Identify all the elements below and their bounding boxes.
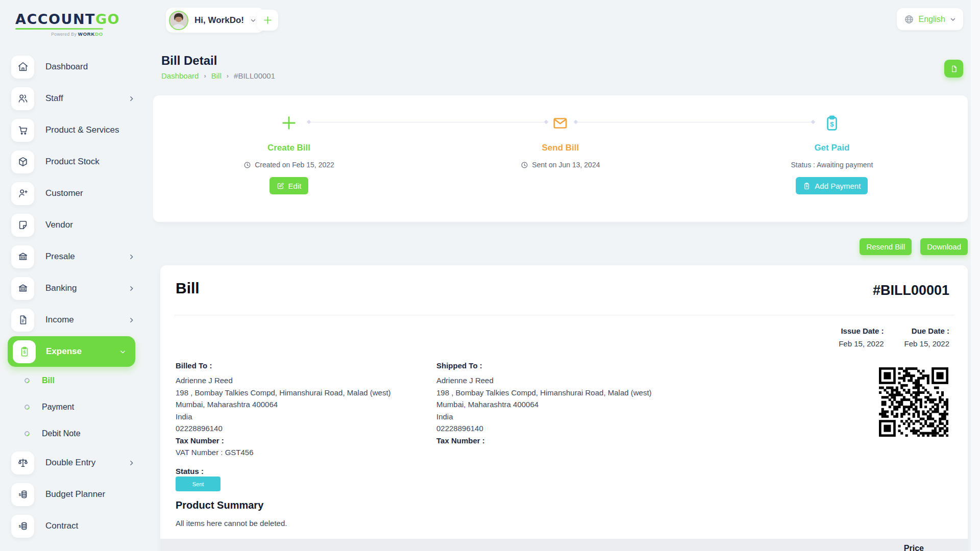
cart-icon [11,119,34,142]
shipped-to-block: Shipped To : Adrienne J Reed 198 , Bomba… [436,361,681,446]
bill-title: Bill [176,280,200,297]
chevron-right-icon [128,317,135,323]
sidebar-item-income[interactable]: Income [0,304,153,336]
breadcrumb-current: #BILL00001 [234,71,275,80]
sidebar-item-label: Banking [45,283,77,293]
sidebar-item-banking[interactable]: Banking [0,272,153,304]
resend-bill-button[interactable]: Resend Bill [860,238,912,255]
step-title: Create Bill [267,143,310,153]
chevron-right-icon [128,460,135,466]
page-head: Bill Detail Dashboard › Bill › #BILL0000… [161,54,275,80]
issue-date: Issue Date : Feb 15, 2022 [839,327,884,348]
sidebar-item-label: Product Stock [45,157,100,167]
sidebar-subitem-label: Payment [42,403,74,412]
coins-icon: $ [11,515,34,538]
sidebar-item-budget-planner[interactable]: $ Budget Planner [0,479,153,510]
product-table-header: Price [160,539,968,551]
invoice-icon: $ [803,182,811,190]
step-title: Send Bill [542,143,579,153]
chevron-right-icon [128,95,135,102]
bullet-ring-icon [23,377,31,384]
avatar [169,11,188,30]
sidebar-subitem-label: Bill [42,376,55,385]
svg-text:$: $ [18,492,21,497]
home-icon [11,56,34,79]
file-icon [11,309,34,332]
breadcrumb: Dashboard › Bill › #BILL00001 [161,71,275,80]
shipped-to-name: Adrienne J Reed [436,374,681,387]
users-icon [11,87,34,110]
sidebar-item-contract[interactable]: $ Contract [0,510,153,542]
bill-actions: Resend Bill Download [860,238,968,255]
chevron-down-icon [119,348,126,355]
svg-text:$: $ [23,349,26,355]
sidebar-item-label: Presale [45,252,75,262]
sidebar-item-staff[interactable]: Staff [0,83,153,114]
sidebar-item-expense[interactable]: $ Expense [8,336,135,367]
svg-text:$: $ [806,185,808,188]
language-selector[interactable]: English [897,8,963,30]
step-title: Get Paid [814,143,849,153]
sidebar-item-dashboard[interactable]: Dashboard [0,51,153,83]
coins-icon: $ [11,483,34,506]
download-button[interactable]: Download [920,238,968,255]
sidebar-item-label: Contract [45,521,78,531]
sidebar-item-product-services[interactable]: Product & Services [0,114,153,146]
breadcrumb-separator: › [227,72,229,80]
step-create-bill: Create Bill Created on Feb 15, 2022 Edit [153,95,425,222]
clock-icon [243,161,251,169]
sidebar-item-label: Expense [46,346,82,357]
preview-document-button[interactable] [944,60,963,78]
sidebar-item-vendor[interactable]: Vendor [0,209,153,241]
price-column-header: Price [904,544,924,551]
sidebar-subitem-debit-note[interactable]: Debit Note [0,420,153,447]
sidebar-item-double-entry[interactable]: Double Entry [0,447,153,479]
sidebar-item-label: Customer [45,188,83,198]
breadcrumb-separator: › [204,72,206,80]
bullet-ring-icon [23,404,31,411]
scrollbar-track[interactable] [971,0,980,551]
product-summary-note: All items here cannot be deleted. [176,519,287,528]
sidebar-item-label: Double Entry [45,458,95,468]
sidebar-item-customer[interactable]: Customer [0,178,153,209]
step-send-bill: Send Bill Sent on Jun 13, 2024 [425,95,696,222]
pencil-icon [277,182,284,190]
step-meta: Sent on Jun 13, 2024 [521,161,600,169]
bank-icon [11,245,34,268]
sidebar-subitem-payment[interactable]: Payment [0,394,153,420]
mail-icon [552,114,569,132]
note-icon [11,214,34,237]
qr-code [879,367,948,437]
quick-add-button[interactable] [257,10,278,31]
main-content: Hi, WorkDo! English Bill Detail Dashboar… [153,0,980,551]
language-label: English [919,15,945,24]
status-label: Status : [176,467,204,475]
svg-text:$: $ [830,120,834,128]
sidebar-item-presale[interactable]: Presale [0,241,153,272]
plus-icon [280,114,298,132]
app-logo[interactable]: ACCOUNTGO Powered By WORKDO [0,0,153,37]
logo-tagline: Powered By WORKDO [15,31,103,37]
user-greeting: Hi, WorkDo! [194,15,244,26]
clock-icon [521,161,528,169]
sidebar-item-label: Budget Planner [45,489,105,499]
sidebar-item-label: Dashboard [45,62,88,72]
bill-document: Bill #BILL00001 Issue Date : Feb 15, 202… [160,265,968,551]
step-get-paid: $ Get Paid Status : Awaiting payment $ A… [696,95,968,222]
sidebar-nav: Dashboard Staff Product & Services Produ… [0,51,153,542]
sidebar-subitem-label: Debit Note [42,429,81,438]
sidebar-subitem-bill[interactable]: Bill [0,367,153,394]
edit-button[interactable]: Edit [270,177,309,194]
scale-icon [11,452,34,474]
document-icon [950,65,958,73]
svg-text:$: $ [18,524,21,529]
breadcrumb-dashboard[interactable]: Dashboard [161,71,199,80]
sidebar-item-product-stock[interactable]: Product Stock [0,146,153,178]
bank-icon [11,277,34,300]
add-payment-button[interactable]: $ Add Payment [796,177,868,194]
user-menu[interactable]: Hi, WorkDo! [166,8,264,33]
logo-text: ACCOUNTGO [15,11,153,27]
cube-icon [11,151,34,173]
breadcrumb-bill[interactable]: Bill [211,71,222,80]
workflow-card: Create Bill Created on Feb 15, 2022 Edit… [153,95,968,222]
